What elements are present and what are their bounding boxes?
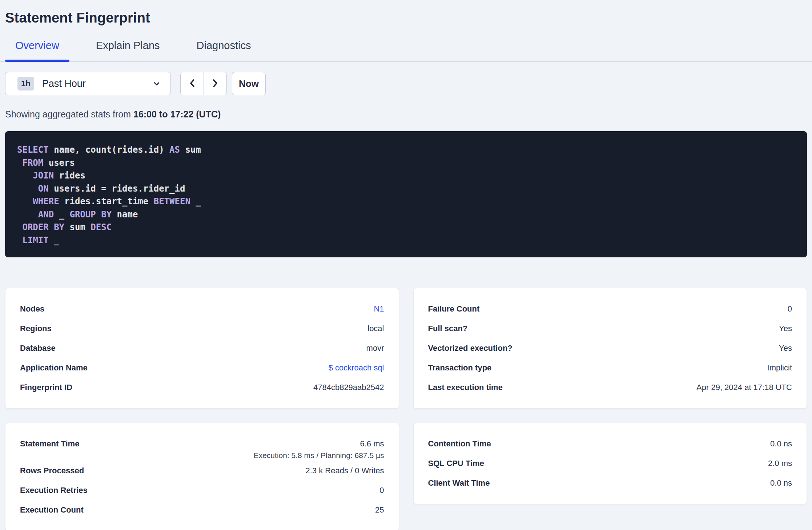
sql-text: users: [43, 158, 75, 168]
stat-value: 4784cb829aab2542: [313, 383, 384, 392]
stat-value-group: 0.0 ns: [770, 439, 792, 449]
sql-text: name: [112, 209, 138, 220]
tab-diagnostics[interactable]: Diagnostics: [186, 40, 261, 61]
sql-keyword: FROM: [22, 158, 43, 168]
stat-row: Databasemovr: [20, 338, 384, 358]
sql-text: name, count(rides.id): [49, 145, 169, 155]
tab-overview[interactable]: Overview: [5, 40, 69, 61]
statement-performance-card: Statement Time6.6 msExecution: 5.8 ms / …: [5, 423, 399, 530]
time-range-label: Past Hour: [42, 78, 86, 89]
statement-details-card: NodesN1RegionslocalDatabasemovrApplicati…: [5, 288, 399, 409]
chevron-right-icon: [211, 78, 219, 90]
stat-row: Vectorized execution?Yes: [428, 338, 792, 358]
page-title: Statement Fingerprint: [5, 10, 807, 26]
stat-value-link[interactable]: $ cockroach sql: [329, 363, 384, 372]
sql-keyword: ON: [38, 184, 49, 194]
sql-text: rides: [54, 170, 85, 181]
stat-row: Application Name$ cockroach sql: [20, 358, 384, 378]
stat-row: Full scan?Yes: [428, 319, 792, 338]
stat-label: Statement Time: [20, 434, 79, 454]
time-picker-toolbar: 1h Past Hour Now: [5, 72, 807, 95]
sql-text: _: [54, 209, 69, 220]
stat-row: Rows Processed2.3 k Reads / 0 Writes: [20, 461, 384, 481]
execution-attributes-card: Failure Count0Full scan?YesVectorized ex…: [413, 288, 807, 409]
stat-row: SQL CPU Time2.0 ms: [428, 454, 792, 473]
time-range-select[interactable]: 1h Past Hour: [5, 72, 171, 95]
time-window-arrows: [180, 72, 227, 95]
stat-label: Execution Count: [20, 505, 84, 515]
stat-row: Execution Count25: [20, 500, 384, 520]
sql-text: [17, 222, 22, 232]
stats-cards-grid: NodesN1RegionslocalDatabasemovrApplicati…: [5, 288, 807, 530]
stat-row: NodesN1: [20, 299, 384, 319]
stat-label: SQL CPU Time: [428, 459, 484, 468]
sql-text: [17, 184, 38, 194]
stat-value-group: 2.3 k Reads / 0 Writes: [305, 466, 384, 475]
stat-value: Implicit: [767, 363, 792, 372]
stat-value-link[interactable]: N1: [374, 304, 384, 313]
stat-label: Rows Processed: [20, 466, 84, 475]
sql-statement-box: SELECT name, count(rides.id) AS sum FROM…: [5, 131, 807, 257]
wait-time-card: Contention Time0.0 nsSQL CPU Time2.0 msC…: [413, 423, 807, 504]
sql-text: [17, 170, 33, 181]
sql-text: [17, 235, 22, 245]
sql-text: _: [190, 196, 201, 206]
stat-row: Regionslocal: [20, 319, 384, 338]
stat-value-group: 25: [375, 505, 384, 515]
stats-summary-prefix: Showing aggregated stats from: [5, 109, 133, 119]
stat-value: 2.0 ms: [768, 459, 792, 468]
stat-value: movr: [366, 344, 384, 353]
stat-row: Fingerprint ID4784cb829aab2542: [20, 378, 384, 397]
stat-value: Yes: [779, 344, 792, 353]
now-button[interactable]: Now: [232, 72, 266, 95]
stat-value-group: $ cockroach sql: [329, 363, 384, 373]
chevron-down-icon: [152, 79, 161, 88]
sql-text: rides.start_time: [59, 196, 154, 206]
stat-value: Yes: [779, 324, 792, 333]
sql-keyword: JOIN: [33, 170, 54, 181]
stat-value-group: Apr 29, 2024 at 17:18 UTC: [696, 383, 792, 392]
stat-value-group: movr: [366, 344, 384, 353]
sql-text: users.id = rides.rider_id: [49, 184, 185, 194]
stat-value: 0: [379, 486, 384, 495]
stat-value: local: [367, 324, 384, 333]
sql-statement: SELECT name, count(rides.id) AS sum FROM…: [17, 144, 795, 247]
next-time-window-button[interactable]: [204, 72, 226, 95]
stat-row: Contention Time0.0 ns: [428, 434, 792, 454]
stat-row: Failure Count0: [428, 299, 792, 319]
stat-value-group: 0: [788, 304, 792, 314]
sql-text: [17, 158, 22, 168]
stat-row: Last execution timeApr 29, 2024 at 17:18…: [428, 378, 792, 397]
sql-text: _: [49, 235, 59, 245]
stat-label: Vectorized execution?: [428, 344, 512, 353]
stat-label: Execution Retries: [20, 486, 88, 495]
stats-summary-range: 16:00 to 17:22 (UTC): [133, 109, 221, 119]
stat-label: Full scan?: [428, 324, 468, 333]
stat-value-group: local: [367, 324, 384, 333]
stat-value: 0.0 ns: [770, 478, 792, 487]
sql-text: sum: [64, 222, 91, 232]
sql-text: sum: [180, 145, 201, 155]
stat-value-group: 2.0 ms: [768, 459, 792, 468]
stat-label: Client Wait Time: [428, 478, 490, 488]
sql-keyword: SELECT: [17, 145, 49, 155]
tab-bar: OverviewExplain PlansDiagnostics: [0, 40, 812, 62]
stat-label: Last execution time: [428, 383, 503, 392]
stat-value-group: N1: [374, 304, 384, 314]
stat-value-group: Yes: [779, 344, 792, 353]
tab-explain-plans[interactable]: Explain Plans: [86, 40, 170, 61]
previous-time-window-button[interactable]: [181, 72, 204, 95]
sql-keyword: BETWEEN: [154, 196, 190, 206]
stat-value-group: 6.6 msExecution: 5.8 ms / Planning: 687.…: [254, 434, 384, 461]
stat-label: Contention Time: [428, 439, 491, 449]
stat-value-group: 0.0 ns: [770, 478, 792, 488]
sql-keyword: GROUP BY: [70, 209, 112, 220]
sql-keyword: ORDER BY: [22, 222, 64, 232]
stat-label: Database: [20, 344, 56, 353]
stat-value-group: Yes: [779, 324, 792, 333]
stat-value: Apr 29, 2024 at 17:18 UTC: [696, 383, 792, 392]
stat-label: Application Name: [20, 363, 88, 373]
stat-value: 2.3 k Reads / 0 Writes: [305, 466, 384, 475]
stat-row: Transaction typeImplicit: [428, 358, 792, 378]
stat-value-group: 4784cb829aab2542: [313, 383, 384, 392]
